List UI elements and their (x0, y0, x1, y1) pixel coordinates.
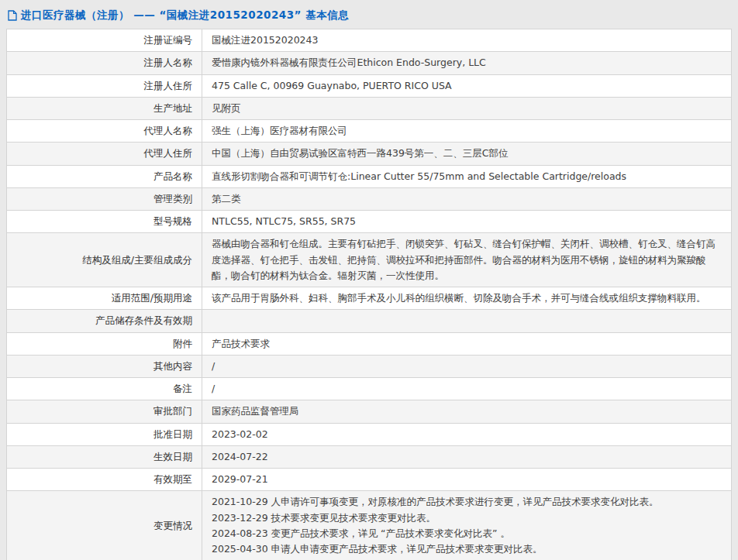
table-row: 管理类别 第二类 (7, 187, 732, 210)
row-value: 2023-02-02 (202, 423, 732, 445)
row-value: 强生（上海）医疗器材有限公司 (202, 120, 732, 143)
row-label: 批准日期 (7, 423, 202, 445)
row-label: 生产地址 (7, 97, 202, 119)
table-row: 产品储存条件及有效期 (7, 310, 732, 332)
row-label: 产品名称 (7, 165, 202, 187)
row-value: 爱惜康内镜外科器械有限责任公司Ethicon Endo-Surgery, LLC (202, 52, 732, 74)
row-value: 国家药品监督管理局 (202, 400, 732, 423)
row-label: 结构及组成/主要组成成分 (7, 233, 202, 287)
page: 进口医疗器械（注册） —— “国械注进20152020243” 基本信息 注册证… (0, 0, 738, 560)
table-row: 代理人住所 中国（上海）自由贸易试验区富特西一路439号第一、二、三层C部位 (7, 143, 732, 165)
row-value: 该产品用于胃肠外科、妇科、胸部手术及小儿科的组织横断、切除及吻合手术，并可与缝合… (202, 287, 732, 310)
row-label: 代理人住所 (7, 143, 202, 165)
table-row: 注册人名称 爱惜康内镜外科器械有限责任公司Ethicon Endo-Surger… (7, 52, 732, 74)
row-label: 有效期至 (7, 469, 202, 491)
row-label: 生效日期 (7, 445, 202, 468)
row-value: 直线形切割吻合器和可调节钉仓:Linear Cutter 55/75mm and… (202, 165, 732, 187)
row-label: 型号规格 (7, 211, 202, 233)
table-row: 附件 产品技术要求 (7, 332, 732, 355)
table-row: 其他内容 / (7, 355, 732, 377)
row-label: 附件 (7, 332, 202, 355)
row-value: 见附页 (202, 97, 732, 119)
row-label: 注册人住所 (7, 74, 202, 97)
table-row: 适用范围/预期用途 该产品用于胃肠外科、妇科、胸部手术及小儿科的组织横断、切除及… (7, 287, 732, 310)
row-label: 审批部门 (7, 400, 202, 423)
row-label: 备注 (7, 378, 202, 400)
page-title: 进口医疗器械（注册） —— “国械注进20152020243” 基本信息 (21, 9, 349, 22)
table-row: 有效期至 2029-07-21 (7, 469, 732, 491)
table-row: 备注 / (7, 378, 732, 400)
row-label: 其他内容 (7, 355, 202, 377)
table-row: 代理人名称 强生（上海）医疗器材有限公司 (7, 120, 732, 143)
table-row: 生产地址 见附页 (7, 97, 732, 119)
table-row: 产品名称 直线形切割吻合器和可调节钉仓:Linear Cutter 55/75m… (7, 165, 732, 187)
row-label: 变更情况 (7, 491, 202, 560)
table-row: 批准日期 2023-02-02 (7, 423, 732, 445)
row-label: 代理人名称 (7, 120, 202, 143)
row-value: 国械注进20152020243 (202, 29, 732, 52)
row-value (202, 310, 732, 332)
row-value: 器械由吻合器和钉仓组成。主要有钉砧把手、闭锁突笋、钉砧叉、缝合钉保护帽、关闭杆、… (202, 233, 732, 287)
row-value: 第二类 (202, 187, 732, 210)
row-label: 产品储存条件及有效期 (7, 310, 202, 332)
row-value: NTLC55, NTLC75, SR55, SR75 (202, 211, 732, 233)
row-label: 注册人名称 (7, 52, 202, 74)
table-row: 注册证编号 国械注进20152020243 (7, 29, 732, 52)
document-icon (8, 10, 17, 21)
row-value: 2024-07-22 (202, 445, 732, 468)
row-label: 注册证编号 (7, 29, 202, 52)
table-row: 变更情况 2021-10-29 人申请许可事项变更，对原核准的产品技术要求进行变… (7, 491, 732, 560)
table-row: 生效日期 2024-07-22 (7, 445, 732, 468)
row-value: 中国（上海）自由贸易试验区富特西一路439号第一、二、三层C部位 (202, 143, 732, 165)
row-value: / (202, 355, 732, 377)
row-value: 2029-07-21 (202, 469, 732, 491)
row-value: / (202, 378, 732, 400)
row-value: 2021-10-29 人申请许可事项变更，对原核准的产品技术要求进行变更，详见产… (202, 491, 732, 560)
registration-info-table: 注册证编号 国械注进20152020243 注册人名称 爱惜康内镜外科器械有限责… (6, 29, 732, 560)
table-row: 结构及组成/主要组成成分 器械由吻合器和钉仓组成。主要有钉砧把手、闭锁突笋、钉砧… (7, 233, 732, 287)
row-label: 管理类别 (7, 187, 202, 210)
table-row: 注册人住所 475 Calle C, 00969 Guaynabo, PUERT… (7, 74, 732, 97)
table-row: 审批部门 国家药品监督管理局 (7, 400, 732, 423)
table-row: 型号规格 NTLC55, NTLC75, SR55, SR75 (7, 211, 732, 233)
row-value: 475 Calle C, 00969 Guaynabo, PUERTO RICO… (202, 74, 732, 97)
page-header: 进口医疗器械（注册） —— “国械注进20152020243” 基本信息 (6, 4, 732, 29)
row-label: 适用范围/预期用途 (7, 287, 202, 310)
row-value: 产品技术要求 (202, 332, 732, 355)
